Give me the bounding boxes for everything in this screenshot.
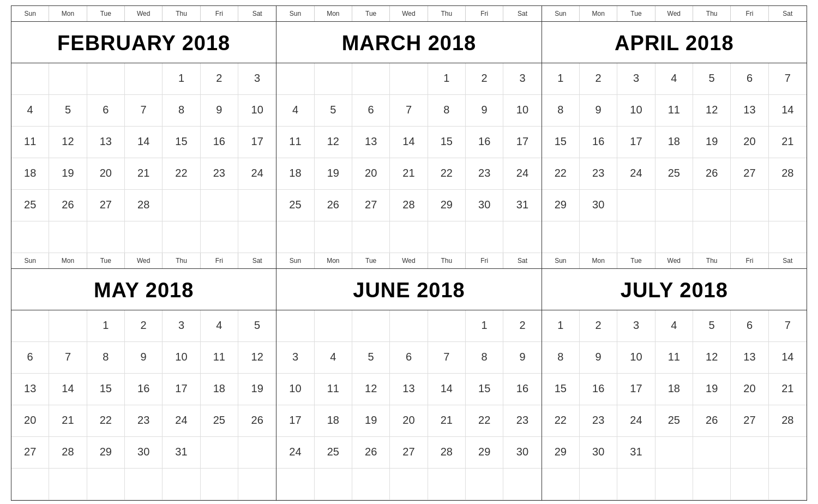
day-cell: 15 [542, 374, 580, 405]
day-cell: 5 [315, 95, 352, 127]
day-header-cell: Sat [503, 253, 541, 268]
day-cell [276, 63, 314, 95]
day-header-cell: Tue [617, 253, 655, 268]
day-cell: 27 [87, 190, 125, 221]
day-cell: 13 [731, 95, 768, 127]
day-cell [87, 469, 125, 500]
day-cell [238, 190, 276, 221]
day-cell: 9 [201, 95, 238, 127]
day-cell: 11 [655, 95, 693, 127]
day-cell: 11 [655, 342, 693, 374]
day-cell: 10 [617, 342, 655, 374]
month-block-apr-2018: APRIL 2018123456789101112131415161718192… [542, 22, 807, 253]
day-cell: 20 [390, 405, 428, 437]
day-cell: 17 [617, 127, 655, 158]
day-cell: 22 [428, 158, 466, 190]
day-cell: 19 [315, 158, 352, 190]
day-cell: 21 [769, 127, 807, 158]
day-cell: 11 [201, 342, 238, 374]
day-cell: 25 [11, 190, 49, 221]
day-cell: 14 [769, 342, 807, 374]
day-cell: 19 [693, 374, 731, 405]
day-cell [617, 221, 655, 253]
day-cell: 20 [731, 127, 768, 158]
day-cell: 7 [769, 310, 807, 342]
day-cell: 25 [655, 405, 693, 437]
day-cell: 15 [87, 374, 125, 405]
day-cell: 26 [693, 158, 731, 190]
day-cell: 30 [125, 437, 163, 469]
day-header-cell: Fri [466, 253, 503, 268]
day-cell [352, 310, 390, 342]
day-cell: 18 [11, 158, 49, 190]
day-header-cell: Tue [352, 6, 390, 21]
day-cell: 1 [428, 63, 466, 95]
day-cell: 15 [428, 127, 466, 158]
day-cell [390, 310, 428, 342]
day-header-section-may-2018: SunMonTueWedThuFriSat [11, 253, 276, 268]
day-cell [238, 221, 276, 253]
day-cell: 11 [276, 127, 314, 158]
day-cell [655, 221, 693, 253]
day-cell: 8 [466, 342, 503, 374]
day-cell: 7 [49, 342, 87, 374]
day-cell [276, 221, 314, 253]
day-cell: 8 [428, 95, 466, 127]
day-cell: 10 [617, 95, 655, 127]
day-cell: 7 [428, 342, 466, 374]
day-header-cell: Tue [87, 253, 125, 268]
day-cell [693, 221, 731, 253]
day-cell: 16 [466, 127, 503, 158]
day-header-cell: Sun [276, 253, 314, 268]
day-header-cell: Fri [731, 253, 768, 268]
day-cell [11, 221, 49, 253]
day-cell: 19 [352, 405, 390, 437]
day-cell: 16 [503, 374, 541, 405]
day-cell: 12 [238, 342, 276, 374]
day-cell: 18 [655, 127, 693, 158]
day-header-section-jun-2018: SunMonTueWedThuFriSat [276, 253, 542, 268]
day-header-cell: Wed [125, 253, 163, 268]
day-cell [49, 469, 87, 500]
months-row: MAY 2018 1234567891011121314151617181920… [11, 269, 807, 500]
day-cell: 23 [580, 405, 617, 437]
day-cell: 28 [428, 437, 466, 469]
day-cell: 24 [238, 158, 276, 190]
day-cell [11, 469, 49, 500]
day-cell [11, 63, 49, 95]
day-cell [87, 63, 125, 95]
day-header-cell: Fri [466, 6, 503, 21]
day-cell: 31 [617, 437, 655, 469]
day-cell: 24 [276, 437, 314, 469]
day-cell [163, 469, 200, 500]
day-cell: 28 [769, 405, 807, 437]
day-cell [125, 469, 163, 500]
day-header-cell: Mon [580, 6, 617, 21]
day-cell: 14 [125, 127, 163, 158]
day-cell: 26 [352, 437, 390, 469]
day-cell [617, 190, 655, 221]
day-cell: 4 [276, 95, 314, 127]
day-cell [428, 469, 466, 500]
day-cell: 2 [466, 63, 503, 95]
day-header-section-mar-2018: SunMonTueWedThuFriSat [276, 6, 542, 21]
day-cell: 17 [163, 374, 200, 405]
day-cell: 30 [580, 437, 617, 469]
day-cell: 24 [503, 158, 541, 190]
day-cell: 13 [352, 127, 390, 158]
day-header-cell: Sun [542, 6, 580, 21]
day-cell: 14 [390, 127, 428, 158]
day-cell: 4 [11, 95, 49, 127]
day-cell: 26 [693, 405, 731, 437]
day-cell: 31 [503, 190, 541, 221]
day-cell [731, 469, 768, 500]
month-title-jul-2018: JULY 2018 [542, 269, 807, 310]
day-cell: 11 [11, 127, 49, 158]
day-cell: 18 [201, 374, 238, 405]
day-cell [276, 469, 314, 500]
day-header-cell: Fri [201, 253, 238, 268]
day-cell: 27 [390, 437, 428, 469]
day-cell: 20 [87, 158, 125, 190]
day-cell [542, 221, 580, 253]
day-header-cell: Sun [542, 253, 580, 268]
